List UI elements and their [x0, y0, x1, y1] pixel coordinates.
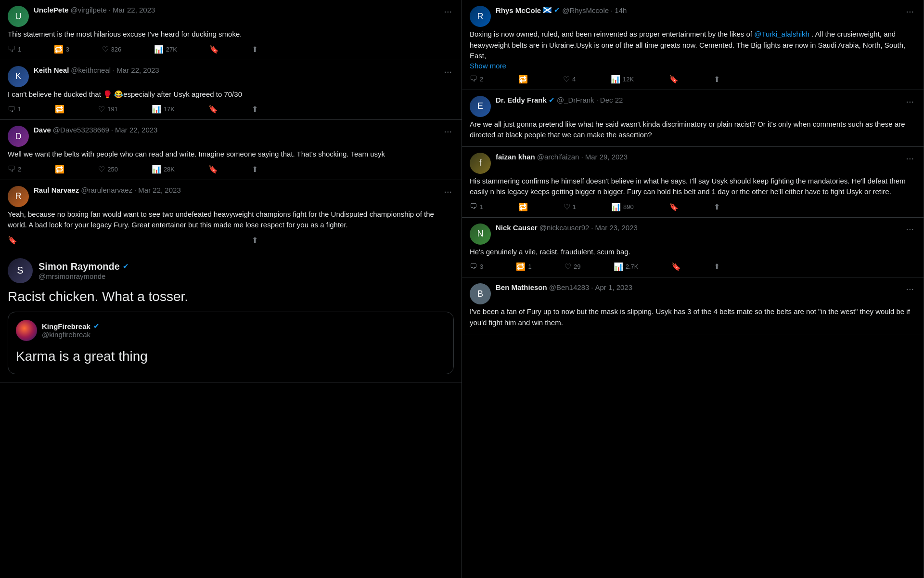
share-action[interactable]: ⬆	[714, 75, 720, 84]
share-action[interactable]: ⬆	[252, 165, 258, 174]
share-action[interactable]: ⬆	[714, 262, 720, 271]
share-action[interactable]: ⬆	[714, 202, 720, 211]
mention-link[interactable]: @Turki_alalshikh	[754, 30, 809, 38]
retweet-count: 3	[66, 46, 69, 53]
bookmark-icon: 🔖	[209, 45, 219, 54]
views-action[interactable]: 📊 28K	[152, 165, 175, 174]
reply-count: 1	[18, 46, 21, 53]
retweet-action[interactable]: 🔁	[518, 202, 528, 211]
like-action[interactable]: ♡ 4	[563, 75, 576, 84]
views-count: 27K	[166, 46, 177, 53]
views-count: 17K	[164, 105, 175, 113]
embedded-tweet: KingFirebreak ✔ @kingfirebreak Karma is …	[8, 312, 454, 374]
reply-action[interactable]: 🗨 1	[8, 45, 21, 53]
reply-icon: 🗨	[470, 202, 477, 211]
tweet-meta: Nick Causer @nickcauser92 · Mar 23, 2023	[496, 223, 899, 232]
more-button[interactable]: ···	[904, 283, 916, 294]
views-count: 890	[623, 203, 634, 210]
views-action[interactable]: 📊 27K	[154, 45, 177, 54]
bookmark-action[interactable]: 🔖	[669, 75, 679, 84]
reply-icon: 🗨	[470, 263, 477, 271]
bookmark-action[interactable]: 🔖	[669, 202, 679, 211]
flag-emoji: 🏴󠁧󠁢󠁳󠁣󠁴󠁿	[543, 6, 552, 14]
bookmark-icon: 🔖	[208, 105, 218, 114]
reply-action[interactable]: 🗨 1	[470, 202, 483, 211]
reply-action[interactable]: 🗨 2	[470, 75, 483, 83]
like-action[interactable]: ♡ 191	[98, 105, 118, 114]
views-action[interactable]: 📊 12K	[611, 75, 634, 84]
like-icon: ♡	[98, 165, 105, 174]
like-count: 29	[574, 263, 580, 270]
views-icon: 📊	[154, 45, 164, 54]
retweet-action[interactable]: 🔁	[55, 165, 64, 174]
retweet-action[interactable]: 🔁	[55, 105, 64, 114]
more-button[interactable]: ···	[904, 223, 916, 235]
like-action[interactable]: ♡ 1	[564, 202, 576, 211]
share-icon: ⬆	[252, 165, 258, 174]
like-action[interactable]: ♡ 29	[565, 262, 580, 271]
display-name: Keith Neal	[34, 66, 69, 74]
like-count: 1	[573, 203, 576, 210]
share-action[interactable]: ⬆	[252, 236, 258, 245]
tweet-body: I've been a fan of Fury up to now but th…	[470, 306, 916, 328]
tweet-ben-mathieson: B Ben Mathieson @Ben14283 · Apr 1, 2023 …	[462, 277, 924, 334]
reply-action[interactable]: 🗨 1	[8, 105, 21, 114]
retweet-action[interactable]: 🔁	[518, 75, 528, 84]
views-count: 12K	[623, 76, 634, 83]
retweet-action[interactable]: 🔁 1	[516, 262, 531, 271]
tweet-actions: 🗨 1 🔁 3 ♡ 326 📊 27K 🔖 ⬆	[8, 45, 258, 54]
tweet-body: This statement is the most hilarious exc…	[8, 29, 454, 40]
bookmark-action[interactable]: 🔖	[208, 165, 218, 174]
more-button[interactable]: ···	[442, 6, 454, 17]
tweet-date: Mar 29, 2023	[585, 153, 628, 161]
bookmark-action[interactable]: 🔖	[671, 262, 681, 271]
bookmark-action[interactable]: 🔖	[8, 236, 17, 245]
like-count: 326	[111, 46, 122, 53]
reply-icon: 🗨	[8, 105, 15, 114]
tweet-date: Mar 22, 2023	[138, 186, 180, 194]
tweet-date: 14h	[615, 6, 627, 14]
embed-meta: KingFirebreak ✔ @kingfirebreak	[42, 322, 100, 339]
more-button[interactable]: ···	[442, 186, 454, 197]
like-action[interactable]: ♡ 326	[102, 45, 122, 54]
display-name: Dr. Eddy Frank	[496, 96, 547, 104]
avatar: K	[8, 66, 29, 87]
share-action[interactable]: ⬆	[252, 45, 258, 54]
reply-action[interactable]: 🗨 2	[8, 165, 21, 173]
retweet-icon: 🔁	[516, 262, 526, 271]
share-action[interactable]: ⬆	[252, 105, 258, 114]
retweet-icon: 🔁	[55, 165, 64, 174]
tweet-body: Boxing is now owned, ruled, and been rei…	[470, 29, 916, 62]
views-action[interactable]: 📊 2.7K	[614, 262, 639, 271]
views-icon: 📊	[152, 105, 161, 114]
more-button[interactable]: ···	[904, 153, 916, 164]
reply-action[interactable]: 🗨 3	[470, 263, 483, 271]
show-more-link[interactable]: Show more	[470, 62, 916, 70]
views-action[interactable]: 📊 17K	[152, 105, 175, 114]
share-icon: ⬆	[252, 105, 258, 114]
tweet-dave: D Dave @Dave53238669 · Mar 22, 2023 ··· …	[0, 120, 462, 180]
tweet-date: Mar 23, 2023	[595, 223, 638, 232]
bookmark-action[interactable]: 🔖	[209, 45, 219, 54]
views-icon: 📊	[152, 165, 161, 174]
like-icon: ♡	[564, 202, 570, 211]
more-button[interactable]: ···	[904, 96, 916, 107]
tweet-keith-neal: K Keith Neal @keithcneal · Mar 22, 2023 …	[0, 60, 462, 120]
more-button[interactable]: ···	[442, 126, 454, 137]
tweet-actions: 🗨 2 🔁 ♡ 250 📊 28K 🔖 ⬆	[8, 165, 258, 174]
more-button[interactable]: ···	[442, 66, 454, 77]
retweet-action[interactable]: 🔁 3	[54, 45, 69, 54]
display-name: Simon Raymonde	[38, 261, 120, 272]
display-name: Dave	[34, 126, 51, 134]
views-action[interactable]: 📊 890	[611, 202, 634, 211]
reply-count: 3	[480, 263, 483, 270]
bookmark-icon: 🔖	[671, 262, 681, 271]
like-action[interactable]: ♡ 250	[98, 165, 118, 174]
embed-verified-badge: ✔	[93, 322, 100, 330]
like-icon: ♡	[102, 45, 109, 54]
reply-count: 2	[480, 76, 483, 83]
tweet-nick-causer: N Nick Causer @nickcauser92 · Mar 23, 20…	[462, 218, 924, 278]
bookmark-action[interactable]: 🔖	[208, 105, 218, 114]
tweet-faizan-khan: f faizan khan @archifaizan · Mar 29, 202…	[462, 147, 924, 218]
more-button[interactable]: ···	[904, 6, 916, 17]
